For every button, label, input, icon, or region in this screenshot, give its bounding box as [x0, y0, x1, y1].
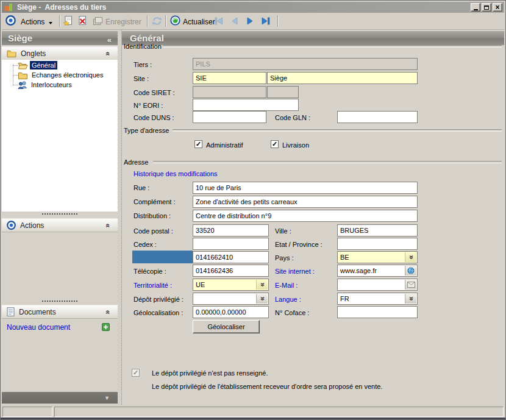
- collapse-section-icon[interactable]: «: [105, 223, 112, 227]
- coface-field[interactable]: [337, 306, 418, 318]
- collapse-sidebar-icon[interactable]: «: [107, 33, 112, 47]
- last-record-button[interactable]: [261, 17, 271, 25]
- section-header-documents[interactable]: Documents «: [2, 305, 118, 319]
- actions-target-icon[interactable]: [5, 15, 16, 26]
- sync-icon[interactable]: [151, 16, 163, 26]
- ville-field[interactable]: BRUGES: [337, 224, 418, 237]
- code-postal-field[interactable]: 33520: [193, 224, 269, 237]
- territorialite-label[interactable]: Territorialité :: [134, 281, 172, 290]
- add-document-button[interactable]: [102, 323, 110, 331]
- group-label-adresse: Adresse: [124, 158, 148, 166]
- langue-dropdown-button[interactable]: «: [405, 294, 416, 304]
- site-internet-field[interactable]: www.sage.fr: [337, 265, 418, 277]
- people-icon: [18, 80, 27, 89]
- collapse-section-icon[interactable]: «: [105, 310, 112, 314]
- minimize-button[interactable]: [471, 3, 480, 12]
- livraison-checkbox[interactable]: ✓: [271, 140, 279, 148]
- previous-record-button[interactable]: [230, 17, 239, 25]
- pays-label: Pays :: [275, 254, 294, 262]
- new-record-button[interactable]: [63, 16, 74, 26]
- telecopie-field[interactable]: 0141662436: [193, 265, 269, 277]
- rue-label: Rue :: [134, 183, 149, 192]
- site-internet-label[interactable]: Site internet :: [275, 267, 315, 276]
- splitter-handle[interactable]: [42, 213, 77, 215]
- save-icon[interactable]: [93, 16, 103, 26]
- telephone-label-highlight[interactable]: [132, 251, 193, 263]
- distribution-field[interactable]: Centre de distribution n°9: [193, 210, 418, 222]
- tiers-field[interactable]: PILS: [193, 58, 418, 70]
- territorialite-dropdown[interactable]: UE «: [193, 279, 269, 291]
- geolocalisation-label: Géolocalisation :: [134, 308, 183, 317]
- sidebar-item-echanges-electroniques[interactable]: Echanges électroniques: [18, 70, 105, 80]
- delete-record-button[interactable]: [77, 16, 88, 26]
- sidebar-collapse-bar[interactable]: ▼: [2, 392, 118, 404]
- section-header-onglets[interactable]: Onglets «: [2, 46, 118, 60]
- new-document-link[interactable]: Nouveau document: [7, 323, 70, 332]
- history-link[interactable]: Historique des modifications: [134, 170, 218, 177]
- langue-dropdown[interactable]: FR «: [337, 293, 418, 305]
- maximize-icon: [484, 5, 489, 10]
- gln-field[interactable]: [337, 111, 418, 123]
- depot-privilegie-label: Dépôt privilégié :: [134, 295, 184, 304]
- section-header-actions[interactable]: Actions «: [2, 218, 118, 232]
- depot-privilegie-dropdown[interactable]: «: [193, 293, 269, 305]
- tiers-value: PILS: [196, 60, 210, 68]
- save-button[interactable]: Enregistrer: [105, 18, 141, 26]
- siret-field-2[interactable]: [267, 86, 299, 98]
- refresh-button[interactable]: Actualiser: [183, 18, 215, 26]
- toolbar-separator: [165, 15, 166, 27]
- siret-field-1[interactable]: [193, 86, 266, 98]
- depot-non-renseigne-label: Le dépôt privilégié n'est pas renseigné.: [152, 369, 268, 377]
- email-field[interactable]: [337, 279, 418, 291]
- siret-label: Code SIRET :: [134, 88, 175, 97]
- tiers-label: Tiers :: [134, 60, 152, 69]
- sidebar-title: Siège: [8, 33, 32, 43]
- site-code-field[interactable]: SIE: [193, 72, 266, 84]
- geolocalisation-field[interactable]: 0.00000,0.00000: [193, 306, 269, 318]
- send-email-button[interactable]: [405, 280, 416, 290]
- pays-dropdown-button[interactable]: «: [405, 252, 416, 262]
- email-label[interactable]: E-Mail :: [275, 281, 298, 290]
- open-website-button[interactable]: [405, 266, 416, 276]
- code-postal-value: 33520: [196, 227, 215, 234]
- langue-label[interactable]: Langue :: [275, 295, 301, 304]
- duns-label: Code DUNS :: [134, 113, 174, 122]
- geolocaliser-button[interactable]: Géolocaliser: [193, 320, 260, 333]
- pays-dropdown[interactable]: BE «: [337, 251, 418, 263]
- eori-field[interactable]: [193, 99, 299, 111]
- main-header: Général: [122, 31, 504, 45]
- maximize-button[interactable]: [482, 3, 491, 12]
- sidebar-resize-splitter[interactable]: [118, 30, 122, 405]
- telecopie-label: Télécopie :: [134, 267, 166, 276]
- splitter-handle[interactable]: [42, 301, 77, 302]
- depot-non-renseigne-checkbox[interactable]: ✓: [132, 369, 140, 377]
- sidebar-header: Siège «: [2, 31, 118, 45]
- territorialite-dropdown-button[interactable]: «: [256, 280, 268, 290]
- sidebar-item-general[interactable]: Général: [18, 60, 57, 70]
- collapse-section-icon[interactable]: «: [105, 51, 112, 55]
- sidebar-item-interlocuteurs[interactable]: Interlocuteurs: [18, 80, 74, 90]
- livraison-label: Livraison: [282, 141, 309, 149]
- complement-field[interactable]: Zone d'activité des petits carreaux: [193, 196, 418, 208]
- first-record-button[interactable]: [214, 17, 224, 25]
- refresh-icon[interactable]: [170, 15, 180, 26]
- duns-field[interactable]: [193, 111, 266, 123]
- rue-field[interactable]: 10 rue de Paris: [193, 182, 418, 194]
- actions-target-icon: [7, 221, 16, 230]
- complement-label: Complément :: [134, 198, 175, 206]
- minimize-icon: [474, 9, 478, 10]
- section-title: Actions: [20, 221, 44, 230]
- etat-province-field[interactable]: [337, 238, 418, 250]
- site-internet-value: www.sage.fr: [340, 267, 377, 274]
- telephone-field[interactable]: 0141662410: [193, 251, 269, 263]
- administratif-checkbox[interactable]: ✓: [194, 140, 202, 148]
- next-record-button[interactable]: [246, 17, 254, 25]
- actions-menu-button[interactable]: Actions: [21, 18, 52, 26]
- titlebar[interactable]: Siège - Adresses du tiers ×: [2, 2, 504, 13]
- cedex-field[interactable]: [193, 238, 269, 250]
- statusbar-cell-left: [2, 407, 52, 417]
- close-button[interactable]: ×: [493, 3, 502, 12]
- site-name-field[interactable]: Siège: [267, 72, 418, 84]
- chevron-double-down-icon: «: [259, 297, 265, 301]
- depot-dropdown-button[interactable]: «: [256, 294, 268, 304]
